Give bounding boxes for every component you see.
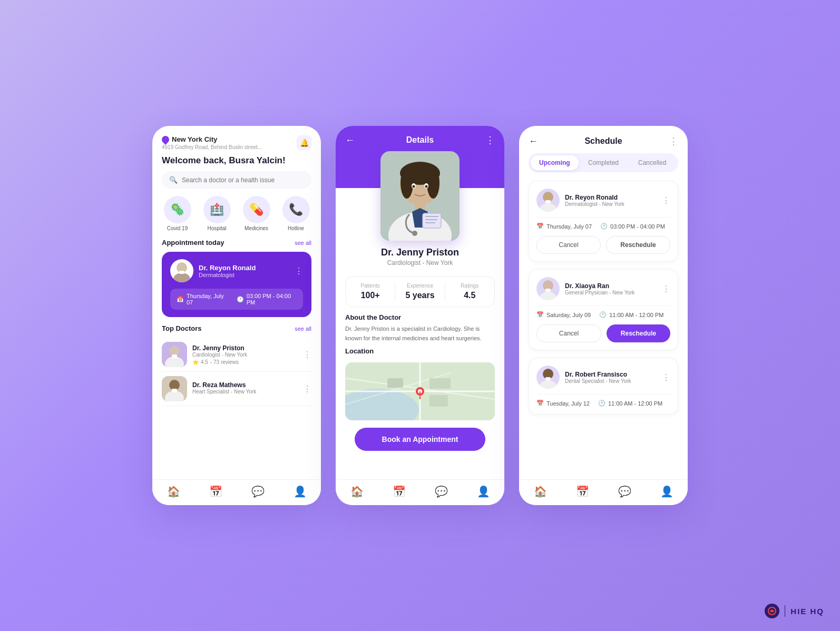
appointments-scroll-area: Dr. Reyon Ronald Dermatologist - New Yor… — [519, 181, 688, 453]
appt1-reschedule-button[interactable]: Reschedule — [606, 236, 670, 254]
p3-bottom-nav: 🏠 📅 💬 👤 — [519, 479, 688, 505]
svg-rect-41 — [545, 200, 551, 203]
experience-value: 5 years — [395, 291, 444, 300]
stat-experience: Experience 5 years — [395, 283, 444, 300]
appt2-reschedule-button[interactable]: Reschedule — [607, 324, 670, 342]
phone-2: ← Details ⋮ — [336, 126, 504, 505]
appt3-time: 11:00 AM - 12:00 PM — [608, 400, 662, 407]
category-covid19[interactable]: 🦠 Covid 19 — [164, 196, 191, 231]
p2-back-button[interactable]: ← — [345, 135, 355, 146]
calendar-icon: 📅 — [177, 296, 184, 303]
location-map — [345, 362, 495, 420]
doctor-list-item-left: Dr. Jenny Priston Cardiologist - New Yor… — [162, 342, 247, 367]
doctor-jenny-thumbnail — [162, 342, 187, 367]
experience-label: Experience — [395, 283, 444, 289]
appointment-date: Thursday, July 07 — [187, 293, 228, 305]
tab-completed[interactable]: Completed — [580, 155, 628, 170]
book-appointment-button[interactable]: Book an Appointment — [355, 428, 485, 451]
tab-cancelled[interactable]: Cancelled — [628, 155, 676, 170]
p3-nav-calendar-icon[interactable]: 📅 — [576, 485, 589, 498]
location-pin-icon — [160, 134, 171, 145]
appointment-time-row: 📅 Thursday, July 07 🕐 03:00 PM - 04:00 P… — [170, 289, 303, 310]
city-name: New York City — [172, 135, 217, 143]
doctor-reza-info: Dr. Reza Mathews Heart Specialist - New … — [192, 381, 256, 396]
appointment-date-chip: 📅 Thursday, July 07 — [177, 293, 228, 305]
ratings-value: 4.5 — [445, 291, 494, 300]
doctor-reza-name: Dr. Reza Mathews — [192, 381, 256, 389]
category-medicines[interactable]: 💊 Medicines — [243, 196, 270, 231]
svg-point-43 — [540, 292, 556, 300]
notification-bell-button[interactable]: 🔔 — [297, 135, 311, 150]
doctor-jenny-more-icon[interactable]: ⋮ — [303, 350, 311, 360]
appt1-date-chip: 📅 Thursday, July 07 — [536, 223, 592, 230]
svg-point-20 — [425, 185, 428, 188]
appt2-calendar-icon: 📅 — [536, 311, 544, 318]
nav-chat-icon[interactable]: 💬 — [251, 485, 265, 498]
appt2-cancel-button[interactable]: Cancel — [536, 324, 601, 342]
doctor-jenny-specialty: Cardiologist - New York — [192, 352, 247, 358]
top-doctors-see-all[interactable]: see all — [295, 326, 311, 332]
doctor-reza-specialty: Heart Specialist - New York — [192, 389, 256, 395]
appt1-date: Thursday, July 07 — [546, 223, 592, 230]
appt3-date-chip: 📅 Tuesday, July 12 — [536, 400, 590, 407]
appt1-top: Dr. Reyon Ronald Dermatologist - New Yor… — [536, 189, 670, 212]
svg-rect-10 — [172, 389, 177, 392]
star-icon: ⭐ — [192, 359, 199, 365]
p2-nav-profile-icon[interactable]: 👤 — [477, 485, 490, 498]
p2-bottom-nav: 🏠 📅 💬 👤 — [336, 479, 504, 505]
p3-more-icon[interactable]: ⋮ — [669, 135, 678, 147]
appointment-see-all[interactable]: see all — [295, 240, 311, 246]
p2-more-icon[interactable]: ⋮ — [485, 134, 495, 146]
nav-calendar-icon[interactable]: 📅 — [209, 485, 222, 498]
appt3-doctor-row: Dr. Robert Fransisco Dental Specialist -… — [536, 366, 631, 389]
category-hospital[interactable]: 🏥 Hospital — [203, 196, 231, 231]
appt3-doctor-info: Dr. Robert Fransisco Dental Specialist -… — [565, 371, 631, 384]
doctor-list-item[interactable]: Dr. Jenny Priston Cardiologist - New Yor… — [162, 338, 311, 372]
tab-upcoming[interactable]: Upcoming — [531, 155, 579, 170]
phone-1: New York City 4919 Godfrey Road, Behind … — [152, 126, 321, 505]
appt1-cancel-button[interactable]: Cancel — [536, 236, 601, 254]
appt1-divider — [536, 217, 670, 218]
search-bar[interactable]: 🔍 — [162, 171, 311, 189]
search-input[interactable] — [182, 176, 304, 184]
p3-back-button[interactable]: ← — [529, 136, 538, 147]
top-doctors-title: Top Doctors — [162, 324, 202, 332]
top-doctors-list: Dr. Jenny Priston Cardiologist - New Yor… — [152, 338, 321, 406]
appt2-time: 11:00 AM - 12:00 PM — [609, 312, 663, 318]
appt2-more-icon[interactable]: ⋮ — [662, 284, 670, 294]
p2-page-title: Details — [406, 135, 434, 145]
p2-nav-calendar-icon[interactable]: 📅 — [393, 485, 406, 498]
appointment-section-title: Appointment today — [162, 239, 224, 247]
nav-home-icon[interactable]: 🏠 — [167, 485, 180, 498]
svg-rect-36 — [429, 395, 448, 407]
p3-nav-chat-icon[interactable]: 💬 — [618, 485, 631, 498]
appointment-card: Dr. Reyon Ronald Dermatologist ⋮ 📅 Thurs… — [162, 252, 311, 317]
p2-nav-home-icon[interactable]: 🏠 — [350, 485, 364, 498]
appt1-more-icon[interactable]: ⋮ — [662, 195, 670, 205]
category-hotline[interactable]: 📞 Hotline — [282, 196, 310, 231]
svg-rect-44 — [545, 289, 551, 292]
doctor-reza-more-icon[interactable]: ⋮ — [303, 384, 311, 394]
p2-doctor-name: Dr. Jenny Priston — [345, 247, 495, 258]
appointment-doctor-specialty: Dermatologist — [199, 272, 256, 278]
patients-value: 100+ — [346, 291, 395, 300]
doctor-reza-list-item[interactable]: Dr. Reza Mathews Heart Specialist - New … — [162, 372, 311, 406]
search-icon: 🔍 — [169, 176, 178, 184]
p2-nav-chat-icon[interactable]: 💬 — [435, 485, 448, 498]
appointment-time: 03:00 PM - 04:00 PM — [247, 293, 297, 305]
appt2-clock-icon: 🕐 — [599, 311, 607, 318]
svg-rect-34 — [429, 378, 451, 389]
doctor-jenny-name: Dr. Jenny Priston — [192, 344, 247, 352]
nav-profile-icon[interactable]: 👤 — [294, 485, 307, 498]
appt3-more-icon[interactable]: ⋮ — [662, 372, 670, 382]
doctor-reza-thumbnail — [162, 376, 187, 401]
appointment-card-2: Dr. Xiaoya Ran General Physician - New Y… — [529, 269, 678, 350]
hotline-label: Hotline — [282, 225, 310, 231]
p3-nav-home-icon[interactable]: 🏠 — [534, 485, 547, 498]
appointment-more-icon[interactable]: ⋮ — [295, 266, 303, 276]
p3-nav-profile-icon[interactable]: 👤 — [660, 485, 673, 498]
hospital-label: Hospital — [203, 225, 231, 231]
covid19-icon: 🦠 — [164, 196, 191, 223]
appt1-time-row: 📅 Thursday, July 07 🕐 03:00 PM - 04:00 P… — [536, 223, 670, 230]
svg-point-23 — [412, 231, 417, 236]
